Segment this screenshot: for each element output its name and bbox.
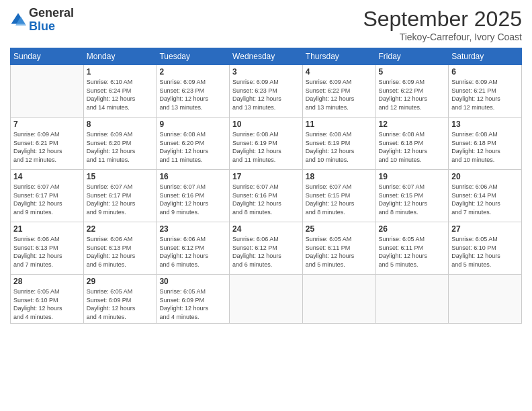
day-number: 20: [451, 172, 519, 181]
day-info: Sunrise: 6:09 AMSunset: 6:21 PMDaylight:…: [451, 78, 519, 111]
day-number: 28: [13, 277, 81, 286]
calendar-cell: 27Sunrise: 6:05 AMSunset: 6:10 PMDayligh…: [449, 222, 522, 275]
calendar: SundayMondayTuesdayWednesdayThursdayFrid…: [10, 48, 522, 324]
calendar-cell: [230, 275, 303, 324]
calendar-cell: 8Sunrise: 6:09 AMSunset: 6:20 PMDaylight…: [83, 118, 157, 170]
location: Tiekoу-Carrefour, Ivory Coast: [363, 32, 522, 42]
day-info: Sunrise: 6:07 AMSunset: 6:16 PMDaylight:…: [232, 183, 300, 216]
calendar-cell: [449, 275, 522, 324]
weekday-header-wednesday: Wednesday: [230, 48, 303, 65]
logo-icon: [10, 12, 26, 28]
weekday-header-saturday: Saturday: [449, 48, 522, 65]
day-info: Sunrise: 6:05 AMSunset: 6:10 PMDaylight:…: [13, 287, 81, 321]
calendar-cell: 12Sunrise: 6:08 AMSunset: 6:18 PMDayligh…: [375, 118, 449, 170]
calendar-cell: 1Sunrise: 6:10 AMSunset: 6:24 PMDaylight…: [83, 65, 157, 118]
day-number: 6: [451, 67, 519, 77]
calendar-cell: 7Sunrise: 6:09 AMSunset: 6:21 PMDaylight…: [11, 118, 84, 170]
calendar-cell: [11, 65, 84, 118]
day-number: 30: [159, 277, 226, 286]
page: General Blue September 2025 Tiekoу-Carre…: [0, 0, 532, 411]
calendar-cell: 3Sunrise: 6:09 AMSunset: 6:23 PMDaylight…: [230, 65, 303, 118]
weekday-header-row: SundayMondayTuesdayWednesdayThursdayFrid…: [11, 48, 522, 65]
calendar-cell: 6Sunrise: 6:09 AMSunset: 6:21 PMDaylight…: [449, 65, 522, 118]
calendar-cell: [302, 275, 375, 324]
calendar-cell: 4Sunrise: 6:09 AMSunset: 6:22 PMDaylight…: [302, 65, 375, 118]
day-info: Sunrise: 6:06 AMSunset: 6:13 PMDaylight:…: [13, 235, 81, 269]
day-info: Sunrise: 6:05 AMSunset: 6:11 PMDaylight:…: [379, 235, 446, 269]
calendar-cell: 2Sunrise: 6:09 AMSunset: 6:23 PMDaylight…: [157, 65, 230, 118]
day-info: Sunrise: 6:10 AMSunset: 6:24 PMDaylight:…: [87, 78, 154, 111]
day-number: 8: [87, 120, 154, 129]
calendar-cell: 10Sunrise: 6:08 AMSunset: 6:19 PMDayligh…: [230, 118, 303, 170]
week-row-1: 1Sunrise: 6:10 AMSunset: 6:24 PMDaylight…: [11, 65, 522, 118]
weekday-header-tuesday: Tuesday: [157, 48, 230, 65]
calendar-cell: 9Sunrise: 6:08 AMSunset: 6:20 PMDaylight…: [157, 118, 230, 170]
calendar-cell: 5Sunrise: 6:09 AMSunset: 6:22 PMDaylight…: [375, 65, 449, 118]
calendar-cell: 28Sunrise: 6:05 AMSunset: 6:10 PMDayligh…: [11, 275, 84, 324]
day-info: Sunrise: 6:09 AMSunset: 6:22 PMDaylight:…: [379, 78, 446, 111]
weekday-header-thursday: Thursday: [302, 48, 375, 65]
day-number: 1: [87, 67, 154, 77]
day-info: Sunrise: 6:08 AMSunset: 6:18 PMDaylight:…: [451, 130, 519, 164]
day-info: Sunrise: 6:05 AMSunset: 6:09 PMDaylight:…: [159, 287, 226, 321]
month-title: September 2025: [363, 7, 522, 32]
calendar-cell: 17Sunrise: 6:07 AMSunset: 6:16 PMDayligh…: [230, 170, 303, 222]
day-info: Sunrise: 6:06 AMSunset: 6:13 PMDaylight:…: [87, 235, 154, 269]
day-number: 27: [451, 224, 519, 234]
day-info: Sunrise: 6:08 AMSunset: 6:20 PMDaylight:…: [159, 130, 226, 164]
calendar-cell: 20Sunrise: 6:06 AMSunset: 6:14 PMDayligh…: [449, 170, 522, 222]
logo-text: General Blue: [29, 7, 74, 34]
week-row-5: 28Sunrise: 6:05 AMSunset: 6:10 PMDayligh…: [11, 275, 522, 324]
day-number: 23: [159, 224, 226, 234]
weekday-header-monday: Monday: [83, 48, 157, 65]
day-info: Sunrise: 6:08 AMSunset: 6:18 PMDaylight:…: [379, 130, 446, 164]
day-number: 13: [451, 120, 519, 129]
week-row-3: 14Sunrise: 6:07 AMSunset: 6:17 PMDayligh…: [11, 170, 522, 222]
day-info: Sunrise: 6:08 AMSunset: 6:19 PMDaylight:…: [306, 130, 373, 164]
day-number: 12: [379, 120, 446, 129]
day-info: Sunrise: 6:07 AMSunset: 6:17 PMDaylight:…: [87, 183, 154, 216]
day-number: 5: [379, 67, 446, 77]
calendar-cell: 11Sunrise: 6:08 AMSunset: 6:19 PMDayligh…: [302, 118, 375, 170]
day-number: 18: [306, 172, 373, 181]
day-number: 9: [159, 120, 226, 129]
week-row-4: 21Sunrise: 6:06 AMSunset: 6:13 PMDayligh…: [11, 222, 522, 275]
calendar-cell: 23Sunrise: 6:06 AMSunset: 6:12 PMDayligh…: [157, 222, 230, 275]
day-number: 17: [232, 172, 300, 181]
calendar-cell: 24Sunrise: 6:06 AMSunset: 6:12 PMDayligh…: [230, 222, 303, 275]
day-number: 4: [306, 67, 373, 77]
day-info: Sunrise: 6:05 AMSunset: 6:09 PMDaylight:…: [87, 287, 154, 321]
calendar-cell: 25Sunrise: 6:05 AMSunset: 6:11 PMDayligh…: [302, 222, 375, 275]
day-number: 15: [87, 172, 154, 181]
calendar-cell: 14Sunrise: 6:07 AMSunset: 6:17 PMDayligh…: [11, 170, 84, 222]
calendar-cell: 29Sunrise: 6:05 AMSunset: 6:09 PMDayligh…: [83, 275, 157, 324]
logo: General Blue: [10, 7, 74, 34]
day-info: Sunrise: 6:09 AMSunset: 6:22 PMDaylight:…: [306, 78, 373, 111]
day-number: 25: [306, 224, 373, 234]
day-number: 29: [87, 277, 154, 286]
day-info: Sunrise: 6:05 AMSunset: 6:10 PMDaylight:…: [451, 235, 519, 269]
day-info: Sunrise: 6:09 AMSunset: 6:23 PMDaylight:…: [232, 78, 300, 111]
header: General Blue September 2025 Tiekoу-Carre…: [10, 7, 522, 42]
day-number: 3: [232, 67, 300, 77]
title-block: September 2025 Tiekoу-Carrefour, Ivory C…: [363, 7, 522, 42]
day-number: 7: [13, 120, 81, 129]
calendar-cell: 19Sunrise: 6:07 AMSunset: 6:15 PMDayligh…: [375, 170, 449, 222]
calendar-cell: 13Sunrise: 6:08 AMSunset: 6:18 PMDayligh…: [449, 118, 522, 170]
day-number: 14: [13, 172, 81, 181]
day-number: 2: [159, 67, 226, 77]
calendar-cell: 30Sunrise: 6:05 AMSunset: 6:09 PMDayligh…: [157, 275, 230, 324]
day-info: Sunrise: 6:08 AMSunset: 6:19 PMDaylight:…: [232, 130, 300, 164]
day-info: Sunrise: 6:05 AMSunset: 6:11 PMDaylight:…: [306, 235, 373, 269]
day-number: 16: [159, 172, 226, 181]
week-row-2: 7Sunrise: 6:09 AMSunset: 6:21 PMDaylight…: [11, 118, 522, 170]
calendar-cell: 15Sunrise: 6:07 AMSunset: 6:17 PMDayligh…: [83, 170, 157, 222]
day-info: Sunrise: 6:09 AMSunset: 6:20 PMDaylight:…: [87, 130, 154, 164]
day-number: 21: [13, 224, 81, 234]
day-info: Sunrise: 6:06 AMSunset: 6:12 PMDaylight:…: [159, 235, 226, 269]
day-info: Sunrise: 6:07 AMSunset: 6:15 PMDaylight:…: [379, 183, 446, 216]
day-number: 10: [232, 120, 300, 129]
day-number: 19: [379, 172, 446, 181]
day-info: Sunrise: 6:06 AMSunset: 6:14 PMDaylight:…: [451, 183, 519, 216]
day-info: Sunrise: 6:09 AMSunset: 6:21 PMDaylight:…: [13, 130, 81, 164]
